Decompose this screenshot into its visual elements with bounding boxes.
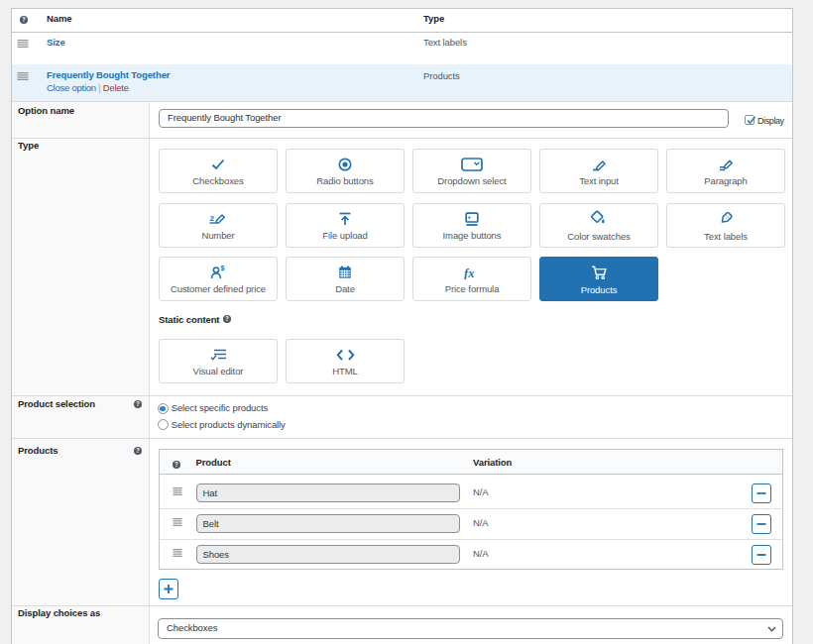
svg-text:?: ?: [225, 315, 229, 322]
svg-text:?: ?: [136, 401, 140, 408]
svg-text:fx: fx: [464, 267, 474, 280]
svg-text:?: ?: [174, 461, 178, 468]
svg-text:2: 2: [210, 214, 215, 223]
svg-text:$: $: [221, 266, 225, 272]
svg-text:?: ?: [136, 447, 140, 454]
svg-text:?: ?: [22, 16, 26, 23]
